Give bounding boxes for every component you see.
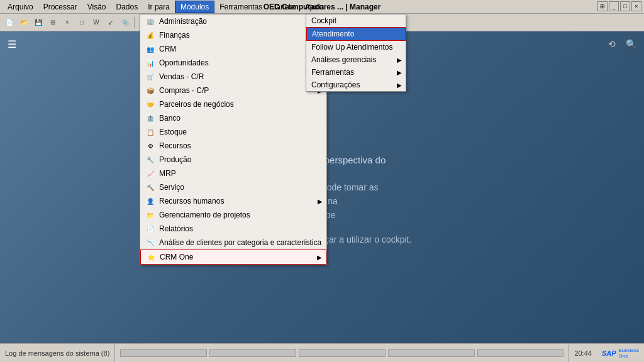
status-segments <box>115 349 569 357</box>
submenu-configuracoes[interactable]: Configurações ▶ <box>306 79 406 91</box>
status-segment-5 <box>477 349 564 357</box>
top-bar-right: ⟲ 🔍 <box>608 39 636 49</box>
dropdown-parceiros[interactable]: 🤝 Parceiros de negócios <box>140 97 326 111</box>
menu-item-processar[interactable]: Processar <box>38 1 82 13</box>
submenu-ferramentas[interactable]: Ferramentas ▶ <box>306 66 406 79</box>
dropdown-mrp[interactable]: 📈 MRP <box>140 167 326 180</box>
estoque-icon: 📋 <box>145 127 155 137</box>
dropdown-crm[interactable]: 👥 CRM <box>140 42 326 56</box>
submenu-cockpit[interactable]: Cockpit <box>306 14 406 27</box>
toolbar-open[interactable]: 📂 <box>17 16 31 30</box>
status-log: Log de mensagens do sistema (8) <box>0 344 115 362</box>
menu-item-irpara[interactable]: Ir para <box>143 1 175 13</box>
crm-one-icon: ⭐ <box>146 252 156 262</box>
close-button[interactable]: × <box>631 1 641 11</box>
financas-icon: 💰 <box>145 30 155 40</box>
dropdown-relatorios[interactable]: 📄 Relatórios <box>140 222 326 236</box>
crm-submenu: Cockpit Atendimento Follow Up Atendiment… <box>306 14 406 92</box>
oportunidades-icon: 📊 <box>145 58 155 68</box>
dropdown-producao[interactable]: 🔧 Produção <box>140 153 326 167</box>
dropdown-rh[interactable]: 👤 Recursos humanos ▶ <box>140 194 326 208</box>
dropdown-servico[interactable]: 🔨 Serviço <box>140 180 326 194</box>
dropdown-oportunidades[interactable]: 📊 Oportunidades <box>140 56 326 70</box>
relatorios-icon: 📄 <box>145 224 155 234</box>
mrp-icon: 📈 <box>145 168 155 178</box>
administracao-icon: 🏢 <box>145 16 155 26</box>
status-segment-1 <box>120 349 207 357</box>
status-segment-4 <box>388 349 475 357</box>
dropdown-crm-one[interactable]: ⭐ CRM One ▶ <box>140 250 326 265</box>
status-segment-2 <box>209 349 296 357</box>
minimize-button[interactable]: _ <box>609 1 619 11</box>
menu-item-janela[interactable]: Janela <box>267 1 299 13</box>
modules-dropdown: 🏢 Administração ▶ 💰 Finanças ▶ 👥 CRM 📊 O… <box>140 14 327 265</box>
search-icon[interactable]: 🔍 <box>626 39 636 49</box>
toolbar-btn8[interactable]: ↙ <box>104 16 118 30</box>
status-bar: Log de mensagens do sistema (8) 20:44 SA… <box>0 343 644 362</box>
status-segment-3 <box>299 349 386 357</box>
toolbar-btn9[interactable]: 📎 <box>118 16 132 30</box>
dropdown-recursos[interactable]: ⚙ Recursos <box>140 139 326 153</box>
menu-item-ajuda[interactable]: Ajuda <box>300 1 330 13</box>
menu-item-dados[interactable]: Dados <box>111 1 143 13</box>
dropdown-banco[interactable]: 🏦 Banco <box>140 111 326 125</box>
producao-icon: 🔧 <box>145 155 155 165</box>
submenu-atendimento[interactable]: Atendimento <box>306 27 406 41</box>
dropdown-analise[interactable]: 📉 Análise de clientes por categoria e ca… <box>140 236 326 250</box>
servico-icon: 🔨 <box>145 182 155 192</box>
time-display: 20:44 <box>569 344 597 362</box>
menu-item-ferramentas[interactable]: Ferramentas <box>214 1 267 13</box>
banco-icon: 🏦 <box>145 113 155 123</box>
arrow-icon: ▶ <box>317 254 322 261</box>
menu-item-modulos[interactable]: Módulos <box>175 1 214 13</box>
grid-icon[interactable]: ⊞ <box>597 1 608 11</box>
menu-item-arquivo[interactable]: Arquivo <box>3 1 38 13</box>
arrow-icon: ▶ <box>318 198 323 205</box>
window-controls: ⊞ _ □ × <box>597 1 641 11</box>
toolbar-save[interactable]: 💾 <box>31 16 45 30</box>
toolbar-btn4[interactable]: ⊞ <box>46 16 60 30</box>
toolbar-btn7[interactable]: W <box>89 16 103 30</box>
dropdown-financas[interactable]: 💰 Finanças ▶ <box>140 28 326 42</box>
recursos-icon: ⚙ <box>145 141 155 151</box>
toolbar-new[interactable]: 📄 <box>3 16 16 30</box>
sap-superscript: BusinessOne <box>619 348 639 359</box>
separator1 <box>134 17 135 28</box>
rh-icon: 👤 <box>145 196 155 206</box>
menu-item-visao[interactable]: Visão <box>82 1 111 13</box>
projetos-icon: 📁 <box>145 210 155 220</box>
maximize-button[interactable]: □ <box>620 1 630 11</box>
toolbar-btn6[interactable]: □ <box>75 16 89 30</box>
crm-icon: 👥 <box>145 44 155 54</box>
sap-text: SAP <box>602 349 616 357</box>
dropdown-projetos[interactable]: 📁 Gerenciamento de projetos <box>140 208 326 222</box>
parceiros-icon: 🤝 <box>145 99 155 109</box>
submenu-arrow-icon: ▶ <box>397 82 402 89</box>
submenu-arrow-icon: ▶ <box>397 57 402 63</box>
dropdown-administracao[interactable]: 🏢 Administração ▶ <box>140 14 326 28</box>
submenu-arrow-icon: ▶ <box>397 69 402 76</box>
menu-bar: Arquivo Processar Visão Dados Ir para Mó… <box>0 0 644 14</box>
submenu-followup[interactable]: Follow Up Atendimentos <box>306 41 406 53</box>
hamburger-menu[interactable]: ☰ <box>8 38 16 50</box>
dropdown-vendas[interactable]: 🛒 Vendas - C/R ▶ <box>140 70 326 84</box>
toolbar-btn5[interactable]: × <box>60 16 74 30</box>
compras-icon: 📦 <box>145 85 155 96</box>
dropdown-compras[interactable]: 📦 Compras - C/P ▶ <box>140 84 326 97</box>
refresh-icon[interactable]: ⟲ <box>608 39 616 49</box>
vendas-icon: 🛒 <box>145 72 155 82</box>
submenu-analises[interactable]: Análises gerenciais ▶ <box>306 53 406 66</box>
dropdown-estoque[interactable]: 📋 Estoque <box>140 125 326 139</box>
analise-icon: 📉 <box>145 238 155 248</box>
sap-logo: SAP BusinessOne <box>597 348 644 359</box>
